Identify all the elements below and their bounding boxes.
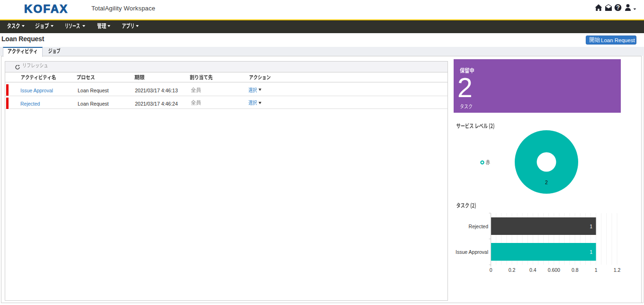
svg-text:0.8: 0.8 [572, 267, 579, 273]
svg-text:?: ? [616, 4, 620, 11]
svg-text:1.2: 1.2 [614, 267, 621, 273]
svg-text:0.2: 0.2 [509, 267, 516, 273]
svg-text:Issue Approval: Issue Approval [456, 249, 488, 255]
svg-text:1: 1 [590, 224, 592, 229]
svg-text:Rejected: Rejected [469, 224, 489, 229]
svg-text:0: 0 [490, 267, 492, 273]
svg-text:1: 1 [590, 250, 592, 255]
svg-text:0.4: 0.4 [529, 267, 537, 273]
svg-text:0.600: 0.600 [548, 267, 560, 273]
svg-text:1: 1 [595, 267, 598, 273]
svg-text:2: 2 [545, 179, 548, 185]
